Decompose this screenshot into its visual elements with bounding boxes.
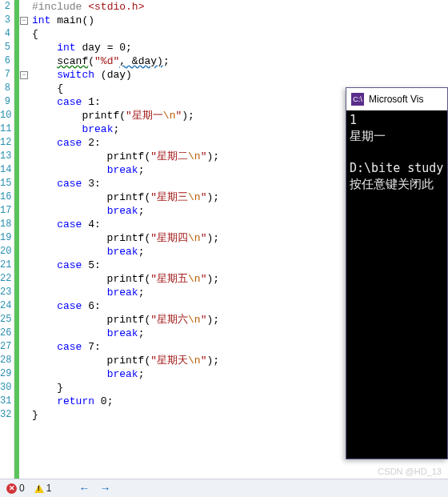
- console-icon: C:\: [351, 93, 364, 106]
- status-bar: ✕ 0 1 ← →: [0, 479, 448, 497]
- error-count[interactable]: ✕ 0: [6, 483, 25, 494]
- line-number-gutter: 2345678910111213141516171819202122232425…: [0, 0, 14, 479]
- fold-toggle[interactable]: −: [20, 71, 28, 79]
- console-title-text: Microsoft Vis: [369, 94, 423, 105]
- warning-count[interactable]: 1: [34, 483, 52, 494]
- nav-back-icon[interactable]: ←: [78, 482, 90, 495]
- console-window[interactable]: C:\ Microsoft Vis 1星期一 D:\bite study按任意键…: [346, 87, 448, 459]
- nav-forward-icon[interactable]: →: [99, 482, 110, 495]
- console-titlebar[interactable]: C:\ Microsoft Vis: [346, 88, 447, 110]
- warning-icon: [34, 484, 44, 493]
- watermark: CSDN @HD_13: [378, 467, 442, 476]
- error-icon: ✕: [6, 483, 17, 494]
- fold-toggle[interactable]: −: [20, 17, 28, 25]
- console-output: 1星期一 D:\bite study按任意键关闭此: [346, 110, 447, 194]
- fold-column[interactable]: − −: [19, 0, 30, 479]
